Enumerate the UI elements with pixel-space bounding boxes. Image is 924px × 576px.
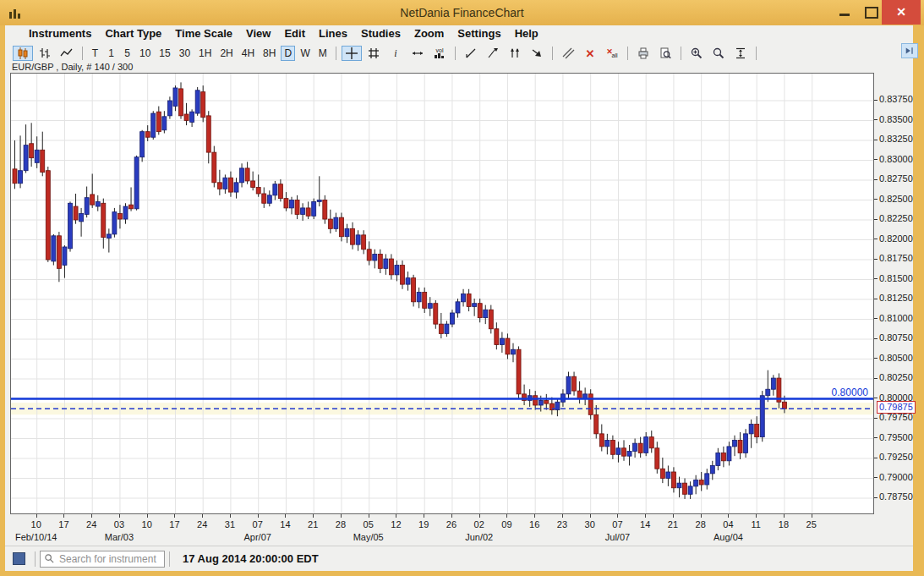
menu-item-instruments[interactable]: Instruments (22, 25, 98, 41)
y-axis-label: 0.81250 (874, 293, 913, 303)
timescale-weekly-button[interactable]: W (297, 46, 313, 61)
maximize-button[interactable] (865, 7, 878, 19)
candlestick (278, 179, 282, 201)
x-axis-week-label: 04 (723, 519, 733, 529)
search-box[interactable] (40, 551, 165, 568)
timescale-tick-button[interactable]: T (88, 46, 102, 61)
fit-vertical-icon[interactable] (730, 46, 751, 61)
price-axis[interactable]: 0.837500.835000.832500.830000.827500.825… (874, 73, 913, 517)
search-input[interactable] (57, 552, 161, 566)
x-tick-mark (147, 514, 148, 518)
candlestick (107, 228, 111, 252)
x-axis-week-label: 07 (612, 519, 622, 529)
candlestick (295, 195, 299, 219)
toolbar-separator (82, 47, 83, 60)
x-axis-week-label: 12 (391, 519, 401, 529)
toolbar-separator (756, 47, 757, 60)
timescale-4h-button[interactable]: 4H (238, 46, 258, 61)
timescale-1min-button[interactable]: 1 (104, 46, 118, 61)
y-axis-label: 0.81500 (874, 273, 913, 283)
menu-item-help[interactable]: Help (508, 25, 545, 41)
svg-text:✕: ✕ (585, 47, 594, 60)
y-axis-label: 0.79250 (874, 452, 913, 462)
candlestick (506, 333, 510, 359)
menu-item-chart-type[interactable]: Chart Type (98, 25, 168, 41)
menu-item-view[interactable]: View (239, 25, 277, 41)
time-axis[interactable]: 1017240310172431071421280512192602091623… (10, 514, 874, 546)
menu-item-zoom[interactable]: Zoom (407, 25, 451, 41)
x-axis-week-label: 11 (751, 519, 760, 529)
candlestick (522, 385, 527, 405)
candlestick (262, 187, 266, 207)
candlestick (710, 461, 714, 480)
volume-icon[interactable]: vol (429, 46, 450, 61)
delete-selected-icon[interactable]: ✕ (580, 46, 600, 61)
candlestick (184, 103, 189, 125)
x-axis-month-label: Mar/03 (105, 532, 134, 542)
x-tick-mark (36, 514, 37, 518)
y-tick-mark (874, 219, 878, 220)
menu-item-settings[interactable]: Settings (451, 25, 507, 41)
x-tick-mark (812, 514, 812, 518)
menu-item-edit[interactable]: Edit (277, 25, 312, 41)
line-chart-icon[interactable] (57, 46, 77, 61)
candlestick (312, 199, 316, 219)
remove-line-icon[interactable] (558, 46, 578, 61)
candlestick (151, 111, 156, 140)
timescale-monthly-button[interactable]: M (315, 46, 331, 61)
candlestick (439, 313, 443, 338)
close-button[interactable]: ✕ (882, 0, 921, 25)
zoom-in-icon[interactable] (686, 46, 707, 61)
timescale-8h-button[interactable]: 8H (260, 46, 279, 61)
candlestick (140, 130, 145, 162)
candlestick (699, 472, 703, 491)
timescale-30min-button[interactable]: 30 (176, 46, 194, 61)
arrow-annotation-icon[interactable] (527, 46, 547, 61)
chart-plot[interactable]: 0.80000 (10, 73, 874, 514)
minimize-button[interactable] (839, 14, 850, 16)
x-tick-mark (258, 514, 259, 518)
menu-item-time-scale[interactable]: Time Scale (168, 25, 239, 41)
x-axis-month-label: Jul/07 (605, 532, 630, 542)
candlestick (622, 440, 626, 460)
candlestick (588, 389, 593, 420)
y-axis-label: 0.82000 (874, 233, 913, 244)
trend-channel-icon[interactable] (483, 46, 503, 61)
toolbar-overflow-button[interactable] (901, 43, 918, 58)
info-icon[interactable]: i (385, 46, 406, 61)
zoom-out-icon[interactable] (708, 46, 729, 61)
candlestick (212, 146, 216, 188)
delete-all-icon[interactable]: ✕all (602, 46, 622, 61)
timescale-15min-button[interactable]: 15 (156, 46, 173, 61)
x-axis-week-label: 17 (169, 519, 179, 529)
x-tick-mark (341, 514, 342, 518)
ohlc-bar-chart-icon[interactable] (35, 46, 55, 61)
timescale-daily-button[interactable]: D (281, 46, 295, 61)
y-tick-mark (874, 358, 878, 359)
menu-item-studies[interactable]: Studies (354, 25, 407, 41)
current-price-label: 0.79875 (877, 401, 916, 414)
candlestick (389, 254, 393, 279)
candlestick-chart-icon[interactable] (13, 46, 33, 61)
parallel-lines-icon[interactable] (505, 46, 525, 61)
print-preview-icon[interactable] (655, 46, 675, 61)
timescale-2h-button[interactable]: 2H (216, 46, 236, 61)
candlestick (24, 124, 28, 173)
status-datetime: 17 Aug 2014 20:00:00 EDT (183, 552, 319, 565)
candlestick (495, 322, 499, 349)
status-square-icon[interactable] (13, 552, 25, 565)
candlestick (13, 140, 17, 189)
crosshair-icon[interactable] (342, 46, 362, 61)
timescale-5min-button[interactable]: 5 (120, 46, 134, 61)
horizontal-scroll-icon[interactable] (407, 46, 428, 61)
menu-item-lines[interactable]: Lines (312, 25, 354, 41)
grid-icon[interactable] (364, 46, 384, 61)
candlestick (145, 125, 150, 141)
timescale-1h-button[interactable]: 1H (195, 46, 215, 61)
y-axis-label: 0.81000 (874, 313, 913, 323)
x-tick-mark (673, 514, 674, 518)
y-tick-mark (874, 119, 878, 120)
trend-line-icon[interactable] (461, 46, 481, 61)
print-icon[interactable] (633, 46, 653, 61)
timescale-10min-button[interactable]: 10 (136, 46, 154, 61)
